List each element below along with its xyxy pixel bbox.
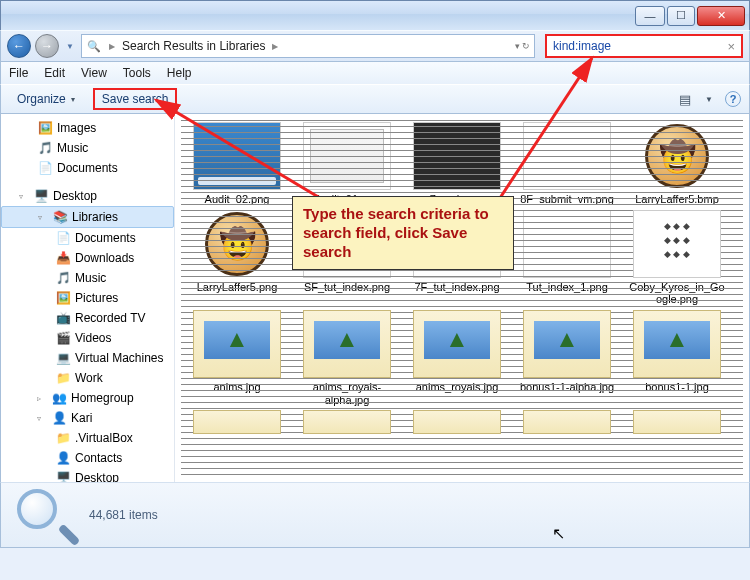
view-options-button[interactable]: ▤ [677, 91, 693, 107]
expand-icon[interactable]: ▿ [37, 414, 47, 423]
thumbnail-icon [523, 310, 611, 378]
annotation-callout: Type the search criteria to search field… [292, 196, 514, 270]
navigation-pane[interactable]: 🖼️Images 🎵Music 📄Documents ▿🖥️Desktop ▿📚… [1, 114, 175, 482]
address-bar[interactable]: 🔍 ▶ Search Results in Libraries ▶ ▾ ↻ [81, 34, 535, 58]
sidebar-item-music[interactable]: 🎵Music [1, 138, 174, 158]
details-pane: 44,681 items [0, 482, 750, 548]
thumbnail-icon [633, 410, 721, 434]
window-titlebar: — ☐ ✕ [0, 0, 750, 30]
thumbnail-icon [523, 210, 611, 278]
sidebar-item-lib-pictures[interactable]: 🖼️Pictures [1, 288, 174, 308]
thumbnail-icon [633, 310, 721, 378]
sidebar-item-lib-downloads[interactable]: 📥Downloads [1, 248, 174, 268]
sidebar-item-user[interactable]: ▿👤Kari [1, 408, 174, 428]
search-results-large-icon [15, 487, 79, 543]
pictures-icon: 🖼️ [37, 120, 53, 136]
documents-icon: 📄 [37, 160, 53, 176]
contacts-icon: 👤 [55, 450, 71, 466]
expand-icon[interactable]: ▿ [38, 213, 48, 222]
documents-icon: 📄 [55, 230, 71, 246]
help-button[interactable]: ? [725, 91, 741, 107]
window-close-button[interactable]: ✕ [697, 6, 745, 26]
window-maximize-button[interactable]: ☐ [667, 6, 695, 26]
sidebar-item-label: Libraries [72, 210, 118, 224]
menu-edit[interactable]: Edit [44, 66, 65, 80]
save-search-button[interactable]: Save search [93, 88, 178, 110]
menu-help[interactable]: Help [167, 66, 192, 80]
explorer-body: 🖼️Images 🎵Music 📄Documents ▿🖥️Desktop ▿📚… [0, 114, 750, 482]
thumbnail-icon [413, 310, 501, 378]
music-icon: 🎵 [37, 140, 53, 156]
item-count-label: 44,681 items [89, 508, 158, 522]
breadcrumb-root-dropdown[interactable]: ▶ [106, 42, 118, 51]
sidebar-item-label: Documents [57, 161, 118, 175]
vm-icon: 💻 [55, 350, 71, 366]
sidebar-item-contacts[interactable]: 👤Contacts [1, 448, 174, 468]
clear-search-button[interactable]: × [727, 39, 735, 54]
desktop-icon: 🖥️ [33, 188, 49, 204]
menu-file[interactable]: File [9, 66, 28, 80]
user-icon: 👤 [51, 410, 67, 426]
sidebar-item-label: .VirtualBox [75, 431, 133, 445]
sidebar-item-label: Documents [75, 231, 136, 245]
breadcrumb-dropdown[interactable]: ▶ [269, 42, 281, 51]
menu-tools[interactable]: Tools [123, 66, 151, 80]
sidebar-item-lib-work[interactable]: 📁Work [1, 368, 174, 388]
file-item[interactable] [515, 410, 619, 437]
sidebar-item-label: Music [75, 271, 106, 285]
sidebar-item-lib-documents[interactable]: 📄Documents [1, 228, 174, 248]
folder-icon: 📁 [55, 430, 71, 446]
menu-view[interactable]: View [81, 66, 107, 80]
sidebar-item-libraries[interactable]: ▿📚Libraries [1, 206, 174, 228]
search-input[interactable]: kind:image × [545, 34, 743, 58]
videos-icon: 🎬 [55, 330, 71, 346]
sidebar-item-label: Desktop [75, 471, 119, 482]
file-item[interactable] [185, 410, 289, 437]
sidebar-item-images[interactable]: 🖼️Images [1, 118, 174, 138]
folder-icon: 📁 [55, 370, 71, 386]
sidebar-item-label: Virtual Machines [75, 351, 164, 365]
sidebar-item-label: Downloads [75, 251, 134, 265]
sidebar-item-lib-music[interactable]: 🎵Music [1, 268, 174, 288]
nav-history-dropdown[interactable]: ▼ [63, 36, 77, 56]
sidebar-item-user-desktop[interactable]: 🖥️Desktop [1, 468, 174, 482]
file-item[interactable] [625, 410, 729, 437]
sidebar-item-lib-videos[interactable]: 🎬Videos [1, 328, 174, 348]
sidebar-item-desktop[interactable]: ▿🖥️Desktop [1, 186, 174, 206]
sidebar-item-label: Work [75, 371, 103, 385]
file-list-pane[interactable]: Audit_02.png Audit_01.png 7mesh.png 8F_s… [175, 114, 749, 482]
sidebar-item-label: Recorded TV [75, 311, 145, 325]
sidebar-item-label: Images [57, 121, 96, 135]
breadcrumb-segment[interactable]: Search Results in Libraries [118, 39, 269, 53]
file-item[interactable] [295, 410, 399, 437]
sidebar-item-label: Pictures [75, 291, 118, 305]
file-item[interactable] [405, 410, 509, 437]
sidebar-item-documents[interactable]: 📄Documents [1, 158, 174, 178]
organize-button[interactable]: Organize [9, 89, 83, 109]
libraries-icon: 📚 [52, 209, 68, 225]
back-button[interactable]: ← [7, 34, 31, 58]
navigation-bar: ← → ▼ 🔍 ▶ Search Results in Libraries ▶ … [0, 30, 750, 62]
expand-icon[interactable]: ▿ [19, 192, 29, 201]
tv-icon: 📺 [55, 310, 71, 326]
forward-button[interactable]: → [35, 34, 59, 58]
thumbnail-icon [303, 410, 391, 434]
view-dropdown-icon[interactable]: ▼ [701, 91, 717, 107]
music-icon: 🎵 [55, 270, 71, 286]
thumbnail-icon [523, 410, 611, 434]
thumbnail-icon [413, 410, 501, 434]
sidebar-item-lib-virtual-machines[interactable]: 💻Virtual Machines [1, 348, 174, 368]
expand-icon[interactable]: ▹ [37, 394, 47, 403]
sidebar-item-virtualbox[interactable]: 📁.VirtualBox [1, 428, 174, 448]
address-dropdown-icon[interactable]: ▾ [515, 41, 520, 51]
file-item[interactable]: Tut_index_1.png [515, 210, 619, 306]
window-minimize-button[interactable]: — [635, 6, 665, 26]
sidebar-item-label: Homegroup [71, 391, 134, 405]
homegroup-icon: 👥 [51, 390, 67, 406]
sidebar-item-lib-recorded-tv[interactable]: 📺Recorded TV [1, 308, 174, 328]
downloads-icon: 📥 [55, 250, 71, 266]
sidebar-item-label: Contacts [75, 451, 122, 465]
refresh-button[interactable]: ↻ [522, 41, 530, 51]
sidebar-item-homegroup[interactable]: ▹👥Homegroup [1, 388, 174, 408]
sidebar-item-label: Desktop [53, 189, 97, 203]
